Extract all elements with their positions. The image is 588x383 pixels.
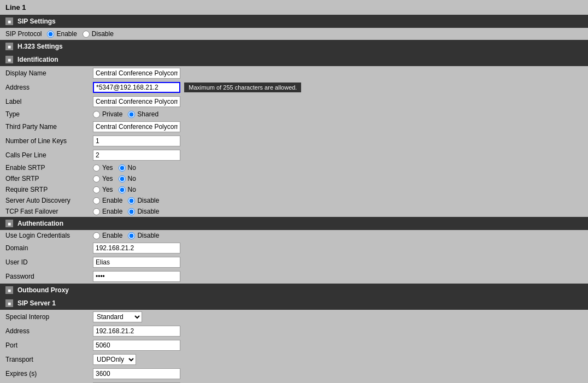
server-auto-discovery-enable-label[interactable]: Enable xyxy=(93,197,122,204)
offer-srtp-yes-label[interactable]: Yes xyxy=(93,175,113,182)
domain-row: Domain xyxy=(0,241,588,255)
label-input[interactable] xyxy=(93,96,180,107)
tcp-fast-failover-disable-label[interactable]: Disable xyxy=(128,208,159,215)
port-row: Port xyxy=(0,338,588,352)
address-input[interactable] xyxy=(93,82,180,93)
transport-select[interactable]: UDPOnly TCPOnly TLS DNSnaptr xyxy=(93,354,136,365)
label-label: Label xyxy=(0,95,87,109)
enable-srtp-yes-label[interactable]: Yes xyxy=(93,164,113,172)
require-srtp-row: Require SRTP Yes No xyxy=(0,184,588,195)
authentication-header[interactable]: ■ Authentication xyxy=(0,217,588,230)
offer-srtp-yes-radio[interactable] xyxy=(93,175,100,182)
authentication-collapse-icon: ■ xyxy=(5,220,13,227)
sip-server-1-collapse-icon: ■ xyxy=(5,299,13,307)
server-auto-discovery-enable-radio[interactable] xyxy=(93,197,100,204)
sip-server-1-form: Special Interop Standard GENBAND Broadwo… xyxy=(0,310,588,383)
sip-protocol-disable-text: Disable xyxy=(92,30,114,38)
type-label: Type xyxy=(0,109,87,120)
type-private-label[interactable]: Private xyxy=(93,110,122,118)
calls-per-line-input[interactable] xyxy=(93,150,180,161)
enable-srtp-yes-text: Yes xyxy=(102,164,113,172)
h323-settings-header[interactable]: ■ H.323 Settings xyxy=(0,40,588,53)
outbound-proxy-header[interactable]: ■ Outbound Proxy xyxy=(0,284,588,297)
user-id-row: User ID xyxy=(0,255,588,269)
sip-protocol-enable-label[interactable]: Enable xyxy=(47,30,77,38)
label-row: Label xyxy=(0,95,588,109)
type-private-radio[interactable] xyxy=(93,111,100,118)
offer-srtp-row: Offer SRTP Yes No xyxy=(0,173,588,184)
sip-server-address-input[interactable] xyxy=(93,326,180,337)
enable-srtp-no-text: No xyxy=(128,164,136,172)
type-shared-text: Shared xyxy=(137,110,158,118)
display-name-input[interactable] xyxy=(93,68,180,79)
address-label: Address xyxy=(0,80,87,95)
password-row: Password xyxy=(0,269,588,284)
outbound-proxy-title: Outbound Proxy xyxy=(17,286,69,294)
subscription-expires-row: Subscription Expires (s) xyxy=(0,381,588,383)
third-party-name-input[interactable] xyxy=(93,121,180,132)
sip-protocol-enable-text: Enable xyxy=(56,30,77,38)
server-auto-discovery-disable-radio[interactable] xyxy=(128,197,135,204)
tcp-fast-failover-disable-radio[interactable] xyxy=(128,208,135,215)
sip-protocol-disable-radio[interactable] xyxy=(83,31,90,38)
offer-srtp-no-text: No xyxy=(128,175,136,182)
identification-form: Display Name Address Maximum of 255 char… xyxy=(0,66,588,217)
port-label: Port xyxy=(0,338,87,352)
expires-input[interactable] xyxy=(93,368,180,379)
h323-settings-collapse-icon: ■ xyxy=(5,43,13,50)
domain-label: Domain xyxy=(0,241,87,255)
transport-row: Transport UDPOnly TCPOnly TLS DNSnaptr xyxy=(0,352,588,367)
expires-label: Expires (s) xyxy=(0,367,87,381)
use-login-credentials-disable-label[interactable]: Disable xyxy=(128,232,159,239)
domain-input[interactable] xyxy=(93,243,180,254)
require-srtp-no-radio[interactable] xyxy=(119,186,126,193)
sip-protocol-row: SIP Protocol Enable Disable xyxy=(0,28,588,40)
subscription-expires-label: Subscription Expires (s) xyxy=(0,381,87,383)
type-shared-radio[interactable] xyxy=(128,111,135,118)
special-interop-label: Special Interop xyxy=(0,310,87,324)
offer-srtp-yes-text: Yes xyxy=(102,175,113,182)
h323-settings-title: H.323 Settings xyxy=(17,43,63,50)
use-login-credentials-enable-radio[interactable] xyxy=(93,232,100,239)
sip-settings-header[interactable]: ■ SIP Settings xyxy=(0,15,588,28)
enable-srtp-no-label[interactable]: No xyxy=(119,164,136,172)
require-srtp-no-label[interactable]: No xyxy=(119,186,136,193)
outbound-proxy-collapse-icon: ■ xyxy=(5,286,13,294)
sip-protocol-disable-label[interactable]: Disable xyxy=(83,30,114,38)
expires-row: Expires (s) xyxy=(0,367,588,381)
use-login-credentials-enable-text: Enable xyxy=(102,232,122,239)
password-input[interactable] xyxy=(93,271,180,282)
use-login-credentials-disable-text: Disable xyxy=(137,232,159,239)
address-row: Address Maximum of 255 characters are al… xyxy=(0,80,588,95)
require-srtp-yes-radio[interactable] xyxy=(93,186,100,193)
user-id-input[interactable] xyxy=(93,257,180,268)
use-login-credentials-radio-group: Enable Disable xyxy=(93,232,585,239)
sip-server-1-title: SIP Server 1 xyxy=(17,299,56,307)
identification-header[interactable]: ■ Identification xyxy=(0,53,588,66)
sip-server-1-header[interactable]: ■ SIP Server 1 xyxy=(0,297,588,310)
tcp-fast-failover-radio-group: Enable Disable xyxy=(93,208,585,215)
port-input[interactable] xyxy=(93,340,180,351)
enable-srtp-yes-radio[interactable] xyxy=(93,164,100,172)
use-login-credentials-enable-label[interactable]: Enable xyxy=(93,232,122,239)
identification-collapse-icon: ■ xyxy=(5,56,13,63)
server-auto-discovery-disable-label[interactable]: Disable xyxy=(128,197,159,204)
enable-srtp-label: Enable SRTP xyxy=(0,162,87,173)
require-srtp-yes-label[interactable]: Yes xyxy=(93,186,113,193)
tcp-fast-failover-enable-radio[interactable] xyxy=(93,208,100,215)
require-srtp-no-text: No xyxy=(128,186,136,193)
transport-label: Transport xyxy=(0,352,87,367)
require-srtp-label: Require SRTP xyxy=(0,184,87,195)
offer-srtp-no-label[interactable]: No xyxy=(119,175,136,182)
enable-srtp-radio-group: Yes No xyxy=(93,164,585,172)
use-login-credentials-disable-radio[interactable] xyxy=(128,232,135,239)
special-interop-row: Special Interop Standard GENBAND Broadwo… xyxy=(0,310,588,324)
sip-protocol-enable-radio[interactable] xyxy=(47,31,54,38)
enable-srtp-no-radio[interactable] xyxy=(119,164,126,172)
type-shared-label[interactable]: Shared xyxy=(128,110,158,118)
special-interop-select[interactable]: Standard GENBAND Broadworks CUCM xyxy=(93,311,142,322)
tcp-fast-failover-enable-label[interactable]: Enable xyxy=(93,208,122,215)
sip-protocol-label: SIP Protocol xyxy=(5,30,42,38)
offer-srtp-no-radio[interactable] xyxy=(119,175,126,182)
number-of-line-keys-input[interactable] xyxy=(93,135,180,146)
